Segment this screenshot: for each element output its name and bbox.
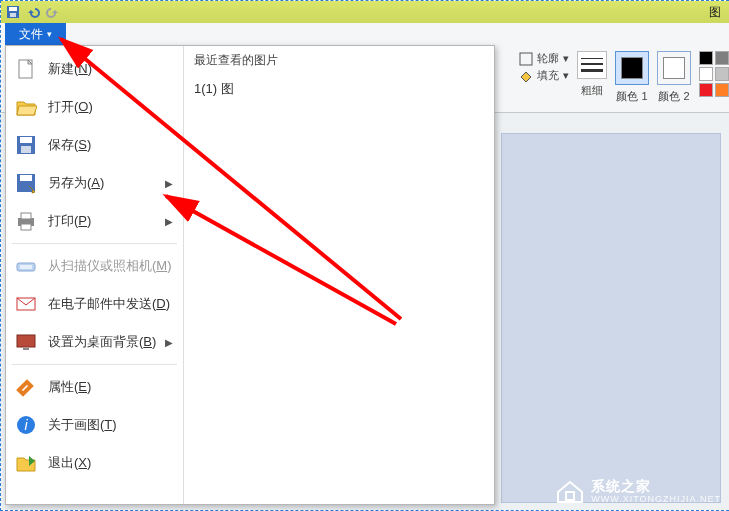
menu-item-label: 设置为桌面背景(B) xyxy=(48,333,156,351)
menu-item-desktop[interactable]: 设置为桌面背景(B)▶ xyxy=(6,323,183,361)
fill-icon xyxy=(519,69,533,83)
svg-rect-7 xyxy=(21,146,31,153)
stroke-width[interactable]: 粗细 xyxy=(577,51,607,98)
palette-swatch[interactable] xyxy=(699,51,713,65)
about-icon: i xyxy=(14,413,38,437)
menu-item-open[interactable]: 打开(O) xyxy=(6,88,183,126)
menu-item-label: 从扫描仪或照相机(M) xyxy=(48,257,172,275)
menu-item-label: 在电子邮件中发送(D) xyxy=(48,295,170,313)
outline-button[interactable]: 轮廓▾ xyxy=(519,51,569,66)
file-tab[interactable]: 文件 ▾ xyxy=(5,23,66,45)
svg-rect-16 xyxy=(17,335,35,347)
palette-swatch[interactable] xyxy=(699,67,713,81)
svg-rect-11 xyxy=(21,213,31,219)
open-icon xyxy=(14,95,38,119)
file-menu: 新建(N)打开(O)保存(S)另存为(A)▶打印(P)▶从扫描仪或照相机(M)在… xyxy=(5,45,495,505)
palette-swatch[interactable] xyxy=(715,67,729,81)
stroke-icon xyxy=(577,51,607,79)
menu-item-save[interactable]: 保存(S) xyxy=(6,126,183,164)
window-title-fragment: 图 xyxy=(709,4,725,21)
menu-item-label: 关于画图(T) xyxy=(48,416,117,434)
recent-item[interactable]: 1(1) 图 xyxy=(194,77,484,101)
scan-icon xyxy=(14,254,38,278)
color-2[interactable]: 颜色 2 xyxy=(657,51,691,104)
svg-rect-3 xyxy=(520,53,532,65)
watermark-logo-icon xyxy=(555,478,585,504)
menu-item-new[interactable]: 新建(N) xyxy=(6,50,183,88)
svg-rect-22 xyxy=(566,492,574,500)
save-icon xyxy=(14,133,38,157)
new-icon xyxy=(14,57,38,81)
redo-icon[interactable] xyxy=(45,4,61,20)
chevron-down-icon: ▾ xyxy=(47,29,52,39)
canvas[interactable] xyxy=(501,133,721,503)
svg-rect-2 xyxy=(10,13,16,17)
titlebar: 图 xyxy=(1,1,729,23)
palette-swatch[interactable] xyxy=(715,83,729,97)
menu-separator xyxy=(12,364,177,365)
svg-rect-6 xyxy=(20,137,32,143)
desktop-icon xyxy=(14,330,38,354)
menu-item-about[interactable]: i关于画图(T) xyxy=(6,406,183,444)
submenu-arrow-icon: ▶ xyxy=(165,337,173,348)
prop-icon xyxy=(14,375,38,399)
svg-rect-9 xyxy=(20,175,32,181)
menu-item-prop[interactable]: 属性(E) xyxy=(6,368,183,406)
svg-rect-17 xyxy=(23,348,29,350)
save-icon[interactable] xyxy=(5,4,21,20)
palette-swatch[interactable] xyxy=(715,51,729,65)
palette-swatch[interactable] xyxy=(699,83,713,97)
undo-icon[interactable] xyxy=(25,4,41,20)
menu-item-label: 保存(S) xyxy=(48,136,91,154)
menu-item-label: 新建(N) xyxy=(48,60,92,78)
shape-options: 轮廓▾ 填充▾ xyxy=(519,51,569,83)
exit-icon xyxy=(14,451,38,475)
menu-item-email[interactable]: 在电子邮件中发送(D) xyxy=(6,285,183,323)
menu-item-label: 属性(E) xyxy=(48,378,91,396)
submenu-arrow-icon: ▶ xyxy=(165,178,173,189)
menu-item-saveas[interactable]: 另存为(A)▶ xyxy=(6,164,183,202)
menu-item-exit[interactable]: 退出(X) xyxy=(6,444,183,482)
svg-rect-1 xyxy=(9,7,17,11)
file-tab-label: 文件 xyxy=(19,26,43,43)
menu-item-label: 打开(O) xyxy=(48,98,93,116)
menu-item-label: 打印(P) xyxy=(48,212,91,230)
watermark: 系统之家 WWW.XITONGZHIJIA.NET xyxy=(555,478,721,504)
outline-icon xyxy=(519,52,533,66)
menu-item-print[interactable]: 打印(P)▶ xyxy=(6,202,183,240)
saveas-icon xyxy=(14,171,38,195)
menu-separator xyxy=(12,243,177,244)
recent-header: 最近查看的图片 xyxy=(194,52,484,69)
menu-item-label: 退出(X) xyxy=(48,454,91,472)
color-1[interactable]: 颜色 1 xyxy=(615,51,649,104)
email-icon xyxy=(14,292,38,316)
svg-rect-12 xyxy=(21,224,31,230)
svg-rect-14 xyxy=(20,265,32,269)
menu-item-label: 另存为(A) xyxy=(48,174,104,192)
print-icon xyxy=(14,209,38,233)
fill-button[interactable]: 填充▾ xyxy=(519,68,569,83)
menu-item-scan: 从扫描仪或照相机(M) xyxy=(6,247,183,285)
submenu-arrow-icon: ▶ xyxy=(165,216,173,227)
color-palette[interactable] xyxy=(699,51,729,97)
